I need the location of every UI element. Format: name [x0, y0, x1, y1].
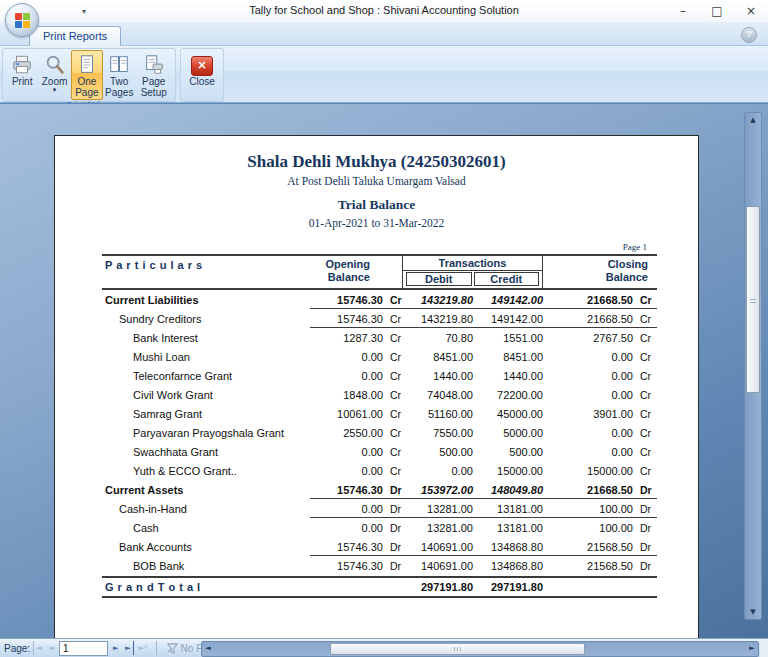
table-row: Bank Accounts 15746.30 Dr 140691.00 1348… — [102, 537, 657, 556]
one-page-button[interactable]: One Page — [71, 50, 103, 100]
table-row: Paryavaran Prayogshala Grant 2550.00 Cr … — [102, 423, 657, 442]
page-nav-label: Page: — [4, 643, 30, 654]
close-label: Close — [189, 76, 215, 87]
vertical-scrollbar-thumb[interactable] — [746, 206, 760, 393]
minimize-button[interactable]: – — [676, 4, 690, 18]
cell-closing: 21568.50 — [543, 560, 633, 572]
cell-opening-drcr: Cr — [383, 427, 402, 439]
cell-credit: 1440.00 — [473, 370, 543, 382]
cell-opening-drcr: Dr — [383, 484, 402, 496]
statusbar-corner — [760, 639, 768, 657]
header-debit: Debit — [406, 272, 472, 286]
cell-credit: 149142.00 — [473, 294, 543, 306]
statusbar-separator — [156, 641, 157, 655]
printer-icon — [11, 53, 33, 76]
cell-opening-drcr: Dr — [383, 503, 402, 515]
two-pages-icon — [108, 53, 130, 76]
close-report-button[interactable]: × Close — [184, 50, 220, 89]
scroll-down-icon[interactable]: ▼ — [745, 608, 761, 616]
cell-opening: 15746.30 — [310, 541, 383, 553]
cell-closing-drcr: Cr — [633, 465, 657, 477]
cell-particulars: Current Assets — [102, 484, 310, 496]
cell-opening: 0.00 — [310, 351, 383, 363]
table-row: Cash 0.00 Dr 13281.00 13181.00 100.00 Dr — [102, 518, 657, 537]
cell-opening-drcr: Cr — [383, 370, 402, 382]
grand-total-debit: 297191.80 — [402, 581, 473, 593]
cell-closing-drcr: Cr — [633, 389, 657, 401]
office-button[interactable] — [5, 3, 39, 37]
cell-opening-drcr: Dr — [383, 560, 402, 572]
horizontal-scrollbar[interactable]: ◄ ► — [201, 641, 759, 657]
cell-debit: 153972.00 — [402, 484, 473, 496]
cell-credit: 1551.00 — [473, 332, 543, 344]
cell-opening-drcr: Cr — [383, 351, 402, 363]
header-transactions-box: Transactions Debit Credit — [402, 256, 543, 288]
page-setup-label: Page Setup — [137, 76, 170, 98]
cell-credit: 13181.00 — [473, 522, 543, 534]
cell-particulars: Yuth & ECCO Grant.. — [102, 465, 310, 477]
cell-closing: 21668.50 — [543, 313, 633, 325]
cell-opening-drcr: Cr — [383, 465, 402, 477]
scroll-right-icon[interactable]: ► — [746, 642, 758, 656]
horizontal-scrollbar-thumb[interactable] — [330, 643, 585, 655]
cell-particulars: Bank Accounts — [102, 541, 310, 553]
next-page-icon[interactable]: ► — [111, 641, 120, 655]
table-row: Current Assets 15746.30 Dr 153972.00 148… — [102, 480, 657, 499]
header-transactions: Transactions — [403, 256, 542, 271]
cell-particulars: Mushi Loan — [102, 351, 310, 363]
scroll-up-icon[interactable]: ▲ — [745, 116, 761, 124]
new-page-icon[interactable]: ►* — [137, 641, 150, 655]
page-number-input[interactable] — [59, 641, 108, 656]
zoom-button[interactable]: Zoom ▾ — [38, 50, 70, 100]
cell-opening-drcr: Cr — [383, 294, 402, 306]
trial-balance-table: P a r t i c u l a r s Opening Balance Tr… — [102, 254, 657, 598]
cell-debit: 143219.80 — [402, 294, 473, 306]
zoom-dropdown-icon[interactable]: ▾ — [53, 87, 57, 93]
cell-closing: 0.00 — [543, 389, 633, 401]
help-icon[interactable]: ? — [741, 27, 757, 43]
scroll-left-icon[interactable]: ◄ — [202, 642, 214, 656]
maximize-button[interactable]: □ — [710, 4, 724, 18]
previous-page-icon[interactable]: ◄ — [47, 641, 56, 655]
two-pages-label: Two Pages — [105, 76, 133, 98]
table-row: Teleconfarnce Grant 0.00 Cr 1440.00 1440… — [102, 366, 657, 385]
cell-credit: 134868.80 — [473, 560, 543, 572]
cell-closing: 21668.50 — [543, 294, 633, 306]
cell-particulars: Civil Work Grant — [102, 389, 310, 401]
last-page-icon[interactable]: ► — [123, 641, 133, 655]
cell-credit: 148049.80 — [473, 484, 543, 496]
cell-credit: 149142.00 — [473, 313, 543, 325]
close-x-icon: × — [191, 56, 213, 76]
cell-opening-drcr: Dr — [383, 541, 402, 553]
report-title: Trial Balance — [55, 197, 698, 213]
one-page-icon — [76, 53, 98, 76]
cell-closing: 21568.50 — [543, 541, 633, 553]
cell-closing: 2767.50 — [543, 332, 633, 344]
tab-print-reports[interactable]: Print Reports — [29, 26, 121, 46]
cell-debit: 7550.00 — [402, 427, 473, 439]
close-window-button[interactable]: × — [744, 4, 758, 18]
cell-debit: 500.00 — [402, 446, 473, 458]
cell-closing: 0.00 — [543, 351, 633, 363]
page-setup-button[interactable]: Page Setup — [135, 50, 172, 100]
cell-debit: 140691.00 — [402, 560, 473, 572]
cell-credit: 45000.00 — [473, 408, 543, 420]
cell-debit: 0.00 — [402, 465, 473, 477]
cell-closing-drcr: Cr — [633, 408, 657, 420]
print-button[interactable]: Print — [6, 50, 38, 100]
cell-opening-drcr: Cr — [383, 332, 402, 344]
cell-debit: 51160.00 — [402, 408, 473, 420]
cell-credit: 5000.00 — [473, 427, 543, 439]
first-page-icon[interactable]: ◄ — [33, 641, 43, 655]
cell-opening: 0.00 — [310, 370, 383, 382]
cell-closing-drcr: Dr — [633, 522, 657, 534]
ribbon-group-print-view: Print Zoom ▾ One Page Two Pages — [2, 48, 176, 102]
cell-closing-drcr: Dr — [633, 560, 657, 572]
cell-closing-drcr: Cr — [633, 370, 657, 382]
two-pages-button[interactable]: Two Pages — [103, 50, 135, 100]
cell-opening: 10061.00 — [310, 408, 383, 420]
vertical-scrollbar[interactable]: ▲ ▼ — [744, 112, 762, 620]
cell-closing: 15000.00 — [543, 465, 633, 477]
table-row: Bank Interest 1287.30 Cr 70.80 1551.00 2… — [102, 328, 657, 347]
cell-credit: 134868.80 — [473, 541, 543, 553]
